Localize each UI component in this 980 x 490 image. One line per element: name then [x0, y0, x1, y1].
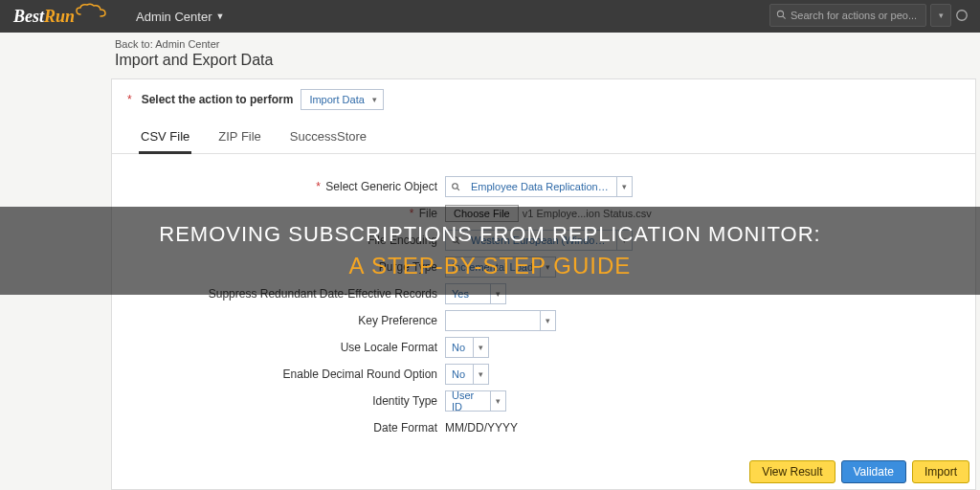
key-pref-label: Key Preference — [358, 314, 437, 327]
svg-point-3 — [452, 183, 457, 189]
view-result-button[interactable]: View Result — [749, 460, 835, 483]
decimal-select[interactable]: No ▾ — [445, 364, 489, 385]
tab-zip-file[interactable]: ZIP File — [216, 122, 263, 153]
action-select[interactable]: Import Data ▾ — [301, 89, 383, 110]
key-pref-select[interactable]: ▾ — [445, 310, 556, 331]
generic-object-value: Employee Data Replication Stat... — [465, 181, 616, 192]
overlay-line-2: A Step-by-Step Guide — [349, 253, 632, 279]
brand-logo: BestRun — [0, 0, 107, 33]
caret-down-icon: ▾ — [490, 391, 505, 411]
global-search-input[interactable]: Search for actions or peo... — [769, 4, 926, 27]
decimal-label: Enable Decimal Round Option — [283, 368, 437, 381]
locale-select[interactable]: No ▾ — [445, 337, 489, 358]
identity-select[interactable]: User ID ▾ — [445, 390, 506, 412]
date-format-value: MM/DD/YYYY — [445, 421, 518, 434]
admin-center-menu[interactable]: Admin Center ▼ — [136, 10, 224, 24]
generic-object-select[interactable]: Employee Data Replication Stat... ▾ — [445, 176, 633, 197]
caret-down-icon: ▾ — [473, 365, 488, 384]
svg-point-2 — [957, 11, 968, 21]
locale-label: Use Locale Format — [341, 341, 437, 354]
caret-down-icon: ▾ — [372, 95, 377, 104]
overlay-line-1: Removing Subscriptions from Replication … — [159, 222, 820, 247]
brand-part-b: Run — [44, 7, 75, 26]
date-format-label: Date Format — [373, 421, 437, 434]
brand-part-a: Best — [13, 7, 44, 26]
search-icon — [446, 182, 465, 192]
search-placeholder: Search for actions or peo... — [791, 10, 917, 21]
svg-line-1 — [783, 15, 786, 18]
action-label: Select the action to perform — [142, 93, 294, 106]
cloud-icon — [75, 3, 107, 18]
top-nav: BestRun Admin Center ▼ Search for action… — [0, 0, 980, 33]
file-type-tabs: CSV File ZIP File SuccessStore — [112, 122, 975, 154]
caret-down-icon: ▼ — [215, 11, 224, 21]
caret-down-icon: ▾ — [616, 177, 632, 196]
search-icon — [776, 10, 787, 22]
breadcrumb[interactable]: Back to: Admin Center — [0, 33, 980, 52]
locale-value: No — [446, 342, 473, 353]
card-footer-actions: View Result Validate Import — [749, 460, 969, 483]
tab-successstore[interactable]: SuccessStore — [288, 122, 368, 153]
generic-object-label: Select Generic Object — [325, 180, 437, 193]
page-title: Import and Export Data — [0, 52, 980, 78]
svg-point-0 — [777, 11, 783, 16]
tab-csv-file[interactable]: CSV File — [139, 122, 191, 153]
header-aux-button[interactable] — [955, 4, 969, 27]
required-star-icon: * — [127, 93, 132, 106]
caret-down-icon: ▾ — [473, 338, 488, 357]
chevron-down-icon: ▾ — [939, 11, 944, 20]
title-overlay: Removing Subscriptions from Replication … — [0, 207, 980, 295]
identity-value: User ID — [446, 390, 490, 412]
action-value: Import Data — [309, 94, 364, 105]
admin-center-label: Admin Center — [136, 10, 212, 24]
import-form: * Select Generic Object Employee Data Re… — [112, 154, 975, 441]
caret-down-icon: ▾ — [540, 311, 555, 330]
decimal-value: No — [446, 368, 473, 380]
import-button[interactable]: Import — [912, 460, 969, 483]
search-dropdown-button[interactable]: ▾ — [930, 4, 951, 27]
validate-button[interactable]: Validate — [841, 460, 906, 483]
identity-label: Identity Type — [372, 394, 437, 408]
svg-line-4 — [457, 188, 458, 189]
